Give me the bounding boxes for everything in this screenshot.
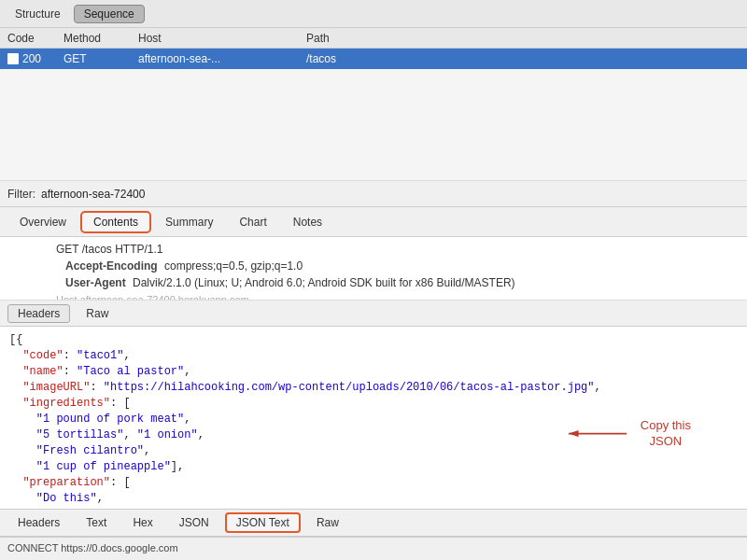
bottom-tab-json-text[interactable]: JSON Text (225, 512, 301, 533)
main-tab-bar: Overview Contents Summary Chart Notes (0, 207, 747, 237)
col-code: Code (7, 32, 63, 45)
info-line2: Accept-Encoding compress;q=0.5, gzip;q=1… (9, 258, 738, 274)
structure-tab[interactable]: Structure (7, 6, 68, 22)
info-line1: GET /tacos HTTP/1.1 (9, 241, 738, 258)
json-line9: "1 cup of pineapple"], (9, 459, 738, 475)
json-line4: "imageURL": "https://hilahcooking.com/wp… (9, 380, 738, 396)
empty-area (0, 69, 747, 181)
sub-tab-headers[interactable]: Headers (7, 304, 70, 323)
bottom-tab-text[interactable]: Text (76, 513, 117, 532)
sub-tab-bar: Headers Raw (0, 301, 747, 327)
info-line1-text: GET /tacos HTTP/1.1 (9, 243, 162, 256)
filter-value[interactable]: afternoon-sea-72400 (41, 188, 145, 201)
bottom-tab-headers[interactable]: Headers (7, 513, 70, 532)
copy-label: Copy thisJSON (641, 418, 691, 450)
row-code: 200 (7, 52, 63, 65)
top-toolbar: Structure Sequence (0, 0, 747, 28)
json-line12: "then that", (9, 507, 738, 509)
info-accept-encoding-value: compress;q=0.5, gzip;q=1.0 (164, 259, 303, 273)
info-faded-line: Host afternoon-sea-72400.herokuapp.com (9, 294, 249, 301)
info-line3: User-Agent Dalvik/2.1.0 (Linux; U; Andro… (9, 274, 738, 291)
bottom-tab-hex[interactable]: Hex (122, 513, 162, 532)
json-line1: [{ (9, 332, 738, 348)
json-line3: "name": "Taco al pastor", (9, 364, 738, 380)
bottom-tab-bar: Headers Text Hex JSON JSON Text Raw (0, 509, 747, 537)
row-icon (7, 53, 19, 64)
sub-tab-raw[interactable]: Raw (76, 304, 119, 323)
json-line2: "code": "taco1", (9, 348, 738, 364)
bottom-tab-raw[interactable]: Raw (306, 513, 349, 532)
sequence-button[interactable]: Sequence (74, 5, 145, 23)
status-bar: CONNECT https://0.docs.google.com (0, 537, 747, 557)
col-method: Method (63, 32, 138, 45)
filter-label: Filter: (7, 188, 35, 201)
row-method: GET (63, 52, 138, 65)
info-accept-encoding-label: Accept-Encoding (65, 259, 158, 273)
bottom-tab-json[interactable]: JSON (169, 513, 219, 532)
col-host: Host (138, 32, 306, 45)
json-area: [{ "code": "taco1", "name": "Taco al pas… (0, 327, 747, 509)
table-header: Code Method Host Path (0, 28, 747, 49)
filter-bar: Filter: afternoon-sea-72400 (0, 181, 747, 207)
tab-chart[interactable]: Chart (227, 212, 278, 232)
table-row[interactable]: 200 GET afternoon-sea-... /tacos (0, 49, 747, 69)
row-path: /tacos (306, 52, 740, 65)
tab-overview[interactable]: Overview (7, 212, 78, 232)
info-user-agent-value: Dalvik/2.1.0 (Linux; U; Android 6.0; And… (133, 276, 515, 289)
row-host: afternoon-sea-... (138, 52, 306, 65)
tab-notes[interactable]: Notes (281, 212, 334, 232)
copy-annotation: Copy thisJSON (560, 415, 691, 453)
json-line11: "Do this", (9, 491, 738, 507)
status-text: CONNECT https://0.docs.google.com (7, 542, 178, 553)
info-user-agent-label: User-Agent (65, 276, 126, 289)
col-path: Path (306, 32, 740, 45)
copy-arrow-icon (560, 415, 635, 453)
info-line4: Host afternoon-sea-72400.herokuapp.com (9, 291, 738, 301)
info-area: GET /tacos HTTP/1.1 Accept-Encoding comp… (0, 237, 747, 301)
tab-contents[interactable]: Contents (80, 211, 151, 233)
json-line10: "preparation": [ (9, 475, 738, 491)
tab-summary[interactable]: Summary (153, 212, 225, 232)
json-line5: "ingredients": [ (9, 396, 738, 412)
